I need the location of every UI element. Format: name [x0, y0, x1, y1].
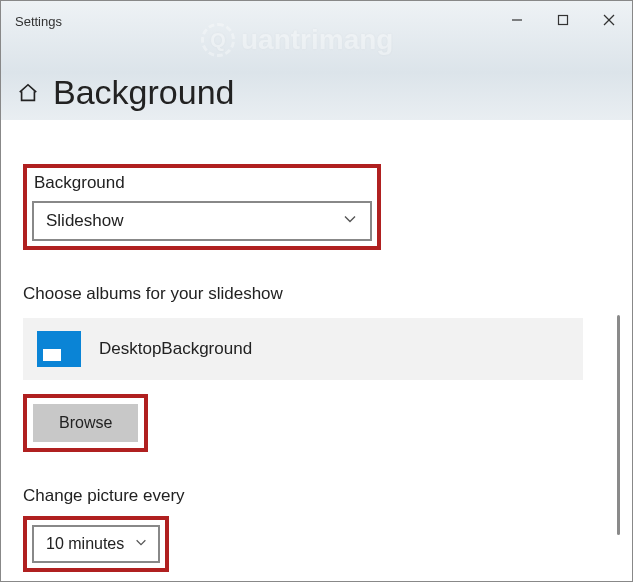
background-section: Background Slideshow	[23, 164, 610, 250]
highlight-box-interval: 10 minutes	[23, 516, 169, 572]
window-controls	[494, 1, 632, 39]
chevron-down-icon	[342, 211, 358, 232]
interval-label: Change picture every	[23, 486, 610, 506]
app-title: Settings	[15, 14, 62, 29]
content-area: Background Slideshow Choose albums for y…	[1, 120, 632, 572]
maximize-icon	[557, 14, 569, 26]
background-dropdown-value: Slideshow	[46, 211, 124, 231]
interval-dropdown-value: 10 minutes	[46, 535, 124, 553]
close-button[interactable]	[586, 1, 632, 39]
page-title: Background	[53, 73, 234, 112]
highlight-box-browse: Browse	[23, 394, 148, 452]
album-item[interactable]: DesktopBackground	[23, 318, 583, 380]
albums-label: Choose albums for your slideshow	[23, 284, 610, 304]
page-heading-row: Background	[17, 73, 234, 112]
minimize-icon	[511, 14, 523, 26]
albums-section: Choose albums for your slideshow Desktop…	[23, 284, 610, 452]
svg-rect-1	[559, 16, 568, 25]
maximize-button[interactable]	[540, 1, 586, 39]
scrollbar[interactable]	[617, 315, 620, 535]
album-name: DesktopBackground	[99, 339, 252, 359]
chevron-down-icon	[134, 535, 148, 553]
folder-icon	[37, 331, 81, 367]
home-icon[interactable]	[17, 82, 39, 104]
background-label: Background	[34, 173, 372, 193]
browse-button[interactable]: Browse	[33, 404, 138, 442]
background-dropdown[interactable]: Slideshow	[32, 201, 372, 241]
interval-dropdown[interactable]: 10 minutes	[32, 525, 160, 563]
minimize-button[interactable]	[494, 1, 540, 39]
interval-section: Change picture every 10 minutes	[23, 486, 610, 572]
window-header: Settings Q uantrimang Background	[1, 1, 632, 120]
close-icon	[603, 14, 615, 26]
highlight-box-background: Background Slideshow	[23, 164, 381, 250]
